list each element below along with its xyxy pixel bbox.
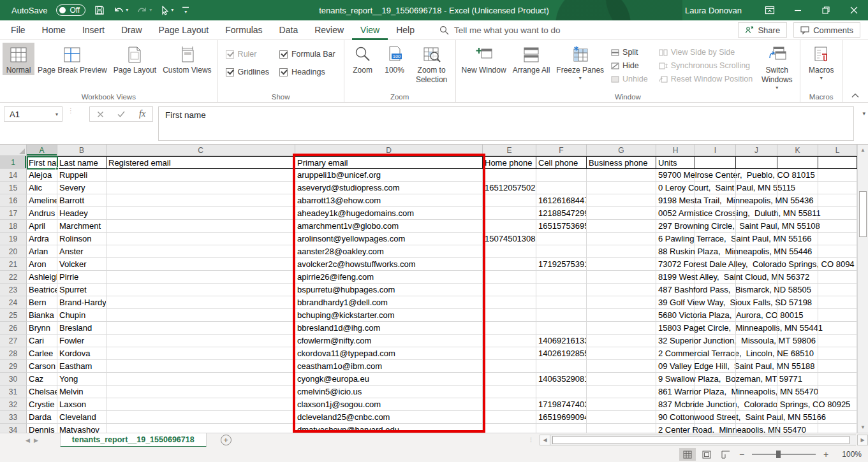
cell-F17[interactable]: 12188547299 bbox=[536, 207, 587, 220]
cell-E23[interactable] bbox=[483, 284, 536, 296]
cell-E27[interactable] bbox=[483, 335, 536, 347]
page-layout-view-button[interactable]: Page Layout bbox=[110, 43, 159, 75]
cell-A32[interactable]: Crystie bbox=[27, 398, 57, 411]
row-header-33[interactable]: 33 bbox=[0, 411, 27, 424]
cell-L27[interactable] bbox=[818, 335, 857, 347]
cell-E34[interactable] bbox=[483, 424, 536, 433]
ribbon-tab-insert[interactable]: Insert bbox=[74, 20, 113, 40]
cell-B27[interactable]: Fowler bbox=[57, 335, 107, 347]
cell-G32[interactable] bbox=[587, 398, 656, 411]
cell-G15[interactable] bbox=[587, 182, 656, 194]
cell-H25[interactable]: 5680 Victoria Plaza, Aurora, CO 80015 bbox=[656, 309, 695, 322]
cell-L33[interactable] bbox=[818, 411, 857, 424]
cell-J31[interactable] bbox=[736, 386, 777, 398]
cell-D17[interactable]: aheadey1k@hugedomains.com bbox=[295, 207, 483, 220]
cell-H28[interactable]: 2 Commercial Terrace, Lincoln, NE 68510 bbox=[656, 347, 695, 360]
cell-D14[interactable]: aruppeli1b@unicef.org bbox=[295, 169, 483, 182]
vertical-scrollbar[interactable]: ▲ ▼ bbox=[857, 145, 868, 433]
cell-L24[interactable] bbox=[818, 296, 857, 309]
cell-L21[interactable] bbox=[818, 258, 857, 271]
cell-G30[interactable] bbox=[587, 373, 656, 386]
cell-A29[interactable]: Carson bbox=[27, 360, 57, 373]
cell-D22[interactable]: apirrie26@ifeng.com bbox=[295, 271, 483, 284]
row-header-16[interactable]: 16 bbox=[0, 194, 27, 207]
cell-K32[interactable] bbox=[777, 398, 818, 411]
column-header-F[interactable]: F bbox=[536, 145, 587, 156]
row-header-31[interactable]: 31 bbox=[0, 386, 27, 398]
cell-F27[interactable]: 14069216133 bbox=[536, 335, 587, 347]
cell-C17[interactable] bbox=[107, 207, 295, 220]
zoom-in-button[interactable]: + bbox=[821, 449, 831, 459]
cell-D28[interactable]: ckordova11@typepad.com bbox=[295, 347, 483, 360]
cell-C15[interactable] bbox=[107, 182, 295, 194]
ribbon-tab-draw[interactable]: Draw bbox=[113, 20, 151, 40]
cell-H17[interactable]: 0052 Armistice Crossing, Duluth, MN 5581… bbox=[656, 207, 695, 220]
cell-C27[interactable] bbox=[107, 335, 295, 347]
cell-A22[interactable]: Ashleigh bbox=[27, 271, 57, 284]
cell-A21[interactable]: Aron bbox=[27, 258, 57, 271]
arrange-all-button[interactable]: Arrange All bbox=[510, 43, 554, 75]
cell-C19[interactable] bbox=[107, 233, 295, 245]
cell-H16[interactable]: 9198 Mesta Trail, Minneapolis, MN 55436 bbox=[656, 194, 695, 207]
cell-K29[interactable] bbox=[777, 360, 818, 373]
cell-J1[interactable] bbox=[736, 156, 777, 169]
cell-L18[interactable] bbox=[818, 220, 857, 233]
cell-H23[interactable]: 487 Bashford Pass, Bismarck, ND 58505 bbox=[656, 284, 695, 296]
hide-button[interactable]: Hide bbox=[611, 61, 648, 70]
cell-E14[interactable] bbox=[483, 169, 536, 182]
cell-A26[interactable]: Brynn bbox=[27, 322, 57, 335]
cell-L30[interactable] bbox=[818, 373, 857, 386]
zoom-100-button[interactable]: 100 100% bbox=[379, 43, 411, 75]
column-header-H[interactable]: H bbox=[656, 145, 695, 156]
cell-F21[interactable]: 17192575391 bbox=[536, 258, 587, 271]
cell-A15[interactable]: Alic bbox=[27, 182, 57, 194]
cell-C20[interactable] bbox=[107, 245, 295, 258]
cell-F15[interactable] bbox=[536, 182, 587, 194]
row-header-17[interactable]: 17 bbox=[0, 207, 27, 220]
synchronous-scrolling-button[interactable]: Synchronous Scrolling bbox=[659, 61, 753, 70]
name-box[interactable]: A1▾ bbox=[4, 106, 63, 122]
cell-I15[interactable] bbox=[695, 182, 736, 194]
cell-F33[interactable]: 16519699094 bbox=[536, 411, 587, 424]
cell-A34[interactable]: Dennis bbox=[27, 424, 57, 433]
page-break-preview-button[interactable]: Page Break Preview bbox=[34, 43, 110, 75]
ribbon-tab-file[interactable]: File bbox=[3, 20, 34, 40]
cell-K1[interactable] bbox=[777, 156, 818, 169]
zoom-level[interactable]: 100% bbox=[836, 450, 862, 459]
cell-A31[interactable]: Chelsae bbox=[27, 386, 57, 398]
cell-C14[interactable] bbox=[107, 169, 295, 182]
cancel-icon[interactable] bbox=[97, 111, 104, 118]
cell-E18[interactable] bbox=[483, 220, 536, 233]
cell-H21[interactable]: 73072 Forest Dale Alley, Colorado Spring… bbox=[656, 258, 695, 271]
cell-J29[interactable] bbox=[736, 360, 777, 373]
cell-G33[interactable] bbox=[587, 411, 656, 424]
row-header-1[interactable]: 1 bbox=[0, 156, 27, 169]
cell-H31[interactable]: 861 Warrior Plaza, Minneapolis, MN 55470 bbox=[656, 386, 695, 398]
cell-K22[interactable] bbox=[777, 271, 818, 284]
cell-G21[interactable] bbox=[587, 258, 656, 271]
horizontal-scrollbar[interactable]: ⋮ ◀ ▶ bbox=[528, 433, 868, 447]
cell-K26[interactable] bbox=[777, 322, 818, 335]
cell-E29[interactable] bbox=[483, 360, 536, 373]
cell-G27[interactable] bbox=[587, 335, 656, 347]
cell-C24[interactable] bbox=[107, 296, 295, 309]
cell-E28[interactable] bbox=[483, 347, 536, 360]
cell-K17[interactable] bbox=[777, 207, 818, 220]
cell-I21[interactable] bbox=[695, 258, 736, 271]
ribbon-tab-data[interactable]: Data bbox=[271, 20, 307, 40]
cell-A30[interactable]: Caz bbox=[27, 373, 57, 386]
formula-input[interactable]: First name bbox=[158, 106, 854, 141]
cell-I16[interactable] bbox=[695, 194, 736, 207]
cell-F22[interactable] bbox=[536, 271, 587, 284]
gridlines-checkbox[interactable]: Gridlines bbox=[226, 68, 269, 76]
cell-D20[interactable]: aanster28@oakley.com bbox=[295, 245, 483, 258]
column-header-B[interactable]: B bbox=[57, 145, 107, 156]
normal-view-toggle[interactable] bbox=[679, 448, 696, 461]
cell-C31[interactable] bbox=[107, 386, 295, 398]
row-header-23[interactable]: 23 bbox=[0, 284, 27, 296]
close-button[interactable] bbox=[840, 0, 868, 20]
cell-L32[interactable] bbox=[818, 398, 857, 411]
cell-J22[interactable] bbox=[736, 271, 777, 284]
cell-H19[interactable]: 6 Pawling Terrace, Saint Paul, MN 55166 bbox=[656, 233, 695, 245]
cell-C18[interactable] bbox=[107, 220, 295, 233]
